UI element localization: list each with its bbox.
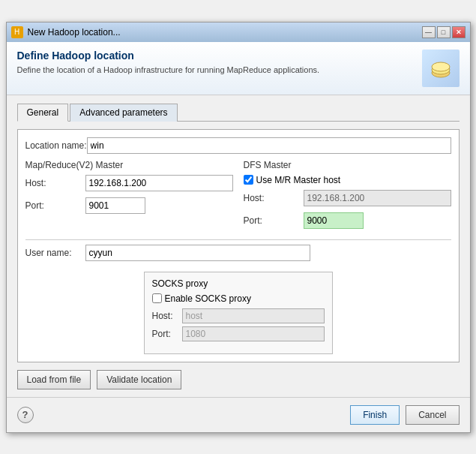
header-section: Define Hadoop location Define the locati…: [7, 42, 470, 95]
header-title: Define Hadoop location: [17, 50, 415, 62]
header-description: Define the location of a Hadoop infrastr…: [17, 65, 415, 76]
proxy-port-input: [182, 326, 325, 341]
tab-bar: General Advanced parameters: [17, 103, 460, 122]
mr-host-row: Host:: [25, 175, 233, 191]
dfs-port-label: Port:: [244, 215, 304, 226]
location-name-input[interactable]: [87, 137, 451, 154]
header-text: Define Hadoop location Define the locati…: [17, 50, 415, 76]
window-title: New Hadoop location...: [28, 27, 121, 38]
two-columns: Map/Reduce(V2) Master Host: Port: DFS Ma…: [25, 160, 451, 235]
proxy-port-row: Port:: [152, 326, 325, 341]
dfs-host-label: Host:: [244, 193, 304, 203]
proxy-host-row: Host:: [152, 308, 325, 323]
footer-right: Finish Cancel: [350, 405, 459, 425]
tab-general[interactable]: General: [17, 104, 69, 122]
validate-location-button[interactable]: Validate location: [97, 370, 181, 389]
socks-proxy-section: SOCKS proxy Enable SOCKS proxy Host: Por…: [144, 272, 333, 354]
svg-point-2: [432, 62, 450, 71]
location-name-row: Location name:: [25, 137, 451, 154]
location-name-label: Location name:: [25, 140, 87, 151]
dfs-host-input: [304, 190, 451, 206]
close-button[interactable]: ✕: [452, 26, 466, 38]
dfs-port-input[interactable]: [304, 212, 364, 229]
socks-proxy-title: SOCKS proxy: [152, 278, 325, 289]
dfs-host-row: Host:: [244, 190, 451, 206]
window-icon: H: [11, 26, 23, 38]
user-name-input[interactable]: [85, 245, 310, 261]
load-from-file-button[interactable]: Load from file: [17, 370, 91, 389]
main-window: H New Hadoop location... — □ ✕ Define Ha…: [6, 22, 471, 433]
bottom-buttons: Load from file Validate location: [17, 370, 460, 389]
use-mr-host-row: Use M/R Master host: [244, 175, 451, 185]
dfs-section: DFS Master Use M/R Master host Host: Por…: [244, 160, 451, 235]
minimize-button[interactable]: —: [422, 26, 436, 38]
mapreduce-title: Map/Reduce(V2) Master: [25, 160, 233, 170]
user-name-row: User name:: [25, 245, 451, 261]
dfs-title: DFS Master: [244, 160, 451, 170]
proxy-port-label: Port:: [152, 329, 182, 339]
proxy-host-input: [182, 308, 325, 323]
general-panel: Location name: Map/Reduce(V2) Master Hos…: [17, 129, 460, 362]
mr-host-label: Host:: [25, 178, 85, 188]
header-icon: [422, 50, 460, 87]
hadoop-icon: [429, 56, 453, 80]
content-area: General Advanced parameters Location nam…: [7, 95, 470, 397]
maximize-button[interactable]: □: [437, 26, 451, 38]
dfs-port-row: Port:: [244, 212, 451, 229]
use-mr-host-label: Use M/R Master host: [256, 175, 341, 185]
footer: ? Finish Cancel: [7, 397, 470, 432]
divider: [25, 239, 451, 240]
mr-port-label: Port:: [25, 200, 85, 211]
title-bar-left: H New Hadoop location...: [11, 26, 121, 38]
mr-port-input[interactable]: [85, 197, 145, 214]
proxy-host-label: Host:: [152, 311, 182, 321]
cancel-button[interactable]: Cancel: [406, 405, 459, 425]
enable-socks-checkbox[interactable]: [152, 293, 162, 303]
mapreduce-section: Map/Reduce(V2) Master Host: Port:: [25, 160, 233, 235]
user-name-label: User name:: [25, 248, 85, 258]
title-bar-buttons: — □ ✕: [422, 26, 466, 38]
title-bar: H New Hadoop location... — □ ✕: [7, 23, 470, 42]
help-button[interactable]: ?: [17, 407, 34, 423]
finish-button[interactable]: Finish: [350, 405, 400, 425]
use-mr-host-checkbox[interactable]: [244, 175, 253, 185]
tab-advanced[interactable]: Advanced parameters: [70, 104, 177, 122]
mr-port-row: Port:: [25, 197, 233, 214]
enable-socks-label: Enable SOCKS proxy: [165, 293, 251, 304]
enable-socks-row: Enable SOCKS proxy: [152, 293, 325, 304]
mr-host-input[interactable]: [85, 175, 233, 191]
